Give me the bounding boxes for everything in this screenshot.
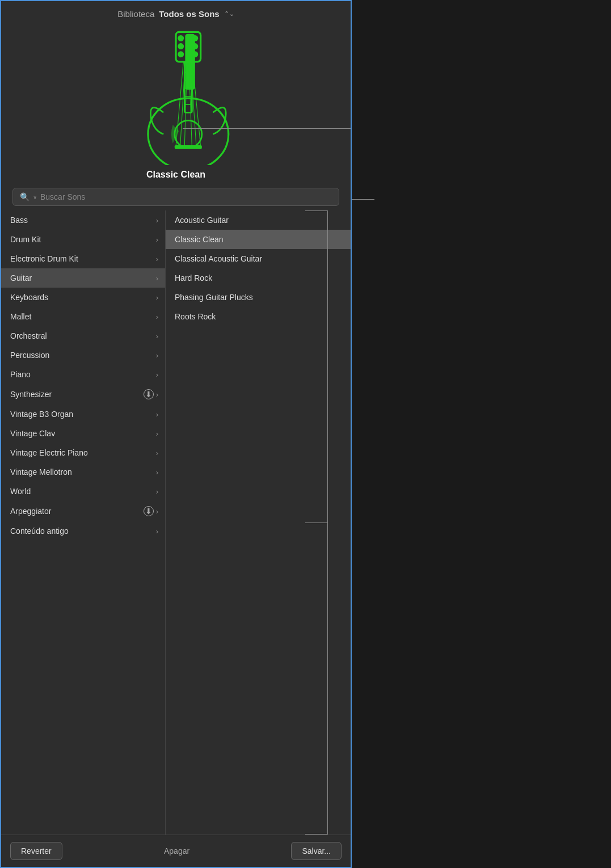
category-label: Vintage Clav (10, 429, 156, 438)
footer: Reverter Apagar Salvar... (1, 835, 351, 867)
category-label: Piano (10, 370, 156, 379)
chevron-right-icon: › (156, 274, 158, 283)
category-icons: › (156, 293, 158, 302)
category-label: Conteúdo antigo (10, 526, 156, 536)
sound-item-hard-rock[interactable]: Hard Rock (166, 268, 351, 288)
sort-arrows-icon[interactable]: ⌃⌄ (224, 10, 234, 18)
category-item-vintage-mellotron[interactable]: Vintage Mellotron › (1, 462, 165, 482)
category-label: Arpeggiator (10, 507, 144, 516)
mid-connector-line (305, 523, 328, 523)
sound-label: Classic Clean (175, 235, 224, 244)
header: Biblioteca Todos os Sons ⌃⌄ (1, 1, 351, 23)
delete-button[interactable]: Apagar (154, 842, 200, 859)
download-icon[interactable]: ⬇ (144, 506, 154, 516)
category-icons: ⬇ › (144, 506, 158, 516)
todos-os-sons-label[interactable]: Todos os Sons (159, 9, 219, 19)
guitar-icon (113, 29, 238, 165)
search-connector-line (352, 199, 374, 200)
instrument-preview: Classic Clean (1, 23, 351, 188)
svg-point-4 (192, 35, 198, 41)
bottom-connector-line (305, 834, 328, 835)
category-item-arpeggiator[interactable]: Arpeggiator ⬇ › (1, 501, 165, 521)
sound-item-phasing-guitar-plucks[interactable]: Phasing Guitar Plucks (166, 288, 351, 307)
category-label: Vintage Electric Piano (10, 448, 156, 457)
chevron-right-icon: › (156, 332, 158, 340)
category-item-world[interactable]: World › (1, 482, 165, 501)
sound-label: Hard Rock (175, 273, 212, 283)
category-label: Bass (10, 216, 156, 225)
svg-point-2 (178, 43, 184, 49)
category-item-drum-kit[interactable]: Drum Kit › (1, 230, 165, 249)
category-icons: › (156, 274, 158, 283)
sound-item-acoustic-guitar[interactable]: Acoustic Guitar (166, 210, 351, 230)
category-icons: › (156, 449, 158, 457)
search-bar[interactable]: 🔍 ∨ Buscar Sons (12, 188, 339, 206)
category-item-piano[interactable]: Piano › (1, 365, 165, 384)
category-label: Orchestral (10, 331, 156, 340)
chevron-right-icon: › (156, 351, 158, 360)
sound-label: Phasing Guitar Plucks (175, 293, 253, 302)
category-item-mallet[interactable]: Mallet › (1, 307, 165, 326)
svg-point-5 (192, 43, 198, 49)
category-label: Vintage B3 Organ (10, 410, 156, 419)
chevron-right-icon: › (156, 429, 158, 438)
category-label: Guitar (10, 273, 156, 283)
svg-rect-23 (175, 145, 202, 149)
library-panel: Biblioteca Todos os Sons ⌃⌄ (0, 0, 352, 868)
category-item-electronic-drum-kit[interactable]: Electronic Drum Kit › (1, 249, 165, 268)
category-icons: › (156, 332, 158, 340)
category-icons: › (156, 255, 158, 263)
chevron-right-icon: › (156, 313, 158, 321)
category-label: Synthesizer (10, 390, 144, 399)
chevron-right-icon: › (156, 410, 158, 419)
chevron-right-icon: › (156, 527, 158, 536)
category-item-keyboards[interactable]: Keyboards › (1, 288, 165, 307)
save-button[interactable]: Salvar... (291, 842, 342, 860)
svg-point-3 (178, 51, 184, 57)
biblioteca-label: Biblioteca (117, 9, 154, 19)
sound-label: Acoustic Guitar (175, 216, 229, 225)
category-item-guitar[interactable]: Guitar › (1, 268, 165, 288)
category-icons: › (156, 313, 158, 321)
chevron-right-icon: › (156, 370, 158, 379)
chevron-right-icon: › (156, 293, 158, 302)
chevron-right-icon: › (156, 487, 158, 496)
category-label: Drum Kit (10, 235, 156, 244)
category-icons: › (156, 216, 158, 225)
category-icons: › (156, 410, 158, 419)
search-filter-chevron[interactable]: ∨ (33, 194, 37, 200)
sound-label: Classical Acoustic Guitar (175, 254, 262, 263)
category-icons: › (156, 429, 158, 438)
chevron-right-icon: › (156, 390, 158, 399)
chevron-right-icon: › (156, 255, 158, 263)
category-icons: › (156, 487, 158, 496)
category-item-orchestral[interactable]: Orchestral › (1, 326, 165, 345)
category-icons: › (156, 351, 158, 360)
category-item-bass[interactable]: Bass › (1, 210, 165, 230)
category-item-percussion[interactable]: Percussion › (1, 345, 165, 365)
svg-point-16 (175, 120, 202, 148)
category-label: World (10, 487, 156, 496)
category-item-vintage-clav[interactable]: Vintage Clav › (1, 424, 165, 443)
scrollbar-area (349, 210, 351, 835)
category-item-conteudo-antigo[interactable]: Conteúdo antigo › (1, 521, 165, 541)
sound-item-roots-rock[interactable]: Roots Rock (166, 307, 351, 326)
connector-line-guitar (183, 128, 351, 129)
chevron-right-icon: › (156, 507, 158, 516)
download-icon[interactable]: ⬇ (144, 389, 154, 399)
sound-item-classic-clean[interactable]: Classic Clean (166, 230, 351, 249)
category-icons: › (156, 468, 158, 477)
chevron-right-icon: › (156, 449, 158, 457)
category-label: Percussion (10, 351, 156, 360)
category-item-synthesizer[interactable]: Synthesizer ⬇ › (1, 384, 165, 404)
top-connector-line (305, 210, 328, 211)
category-item-vintage-electric-piano[interactable]: Vintage Electric Piano › (1, 443, 165, 462)
sound-item-classical-acoustic-guitar[interactable]: Classical Acoustic Guitar (166, 249, 351, 268)
svg-point-6 (192, 51, 198, 57)
search-icon: 🔍 (20, 192, 30, 201)
revert-button[interactable]: Reverter (10, 842, 62, 860)
category-label: Keyboards (10, 293, 156, 302)
search-placeholder[interactable]: Buscar Sons (40, 192, 332, 201)
category-list: Bass › Drum Kit › Electronic Drum Kit › … (1, 210, 166, 835)
category-item-vintage-b3-organ[interactable]: Vintage B3 Organ › (1, 404, 165, 424)
